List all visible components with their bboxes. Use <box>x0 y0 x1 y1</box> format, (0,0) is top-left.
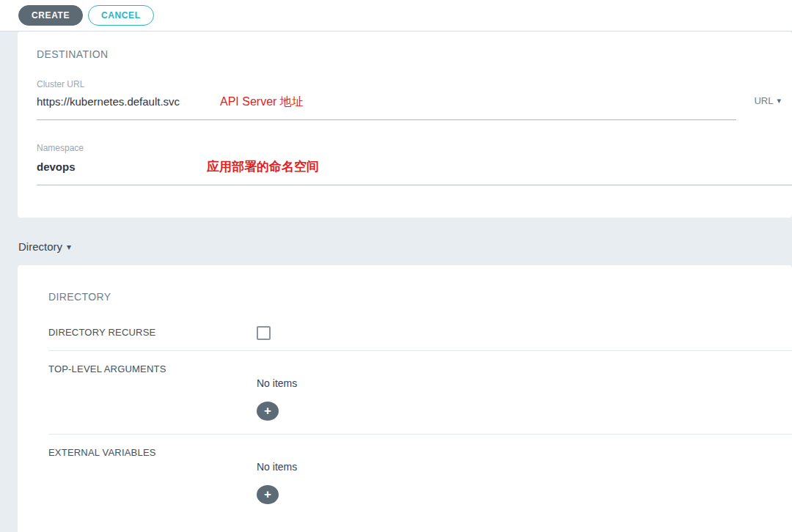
directory-recurse-row: DIRECTORY RECURSE <box>48 314 792 351</box>
namespace-label: Namespace <box>37 143 792 153</box>
destination-type-selector[interactable]: URL ▾ <box>736 95 792 120</box>
top-level-arguments-empty: No items <box>257 377 792 390</box>
top-level-arguments-value: No items + <box>257 363 792 421</box>
plus-icon: + <box>264 404 271 417</box>
cluster-url-row: Cluster URL https://kubernetes.default.s… <box>37 62 792 120</box>
namespace-input-wrap: Namespace devops 应用部署的命名空间 <box>37 120 792 185</box>
cluster-url-annotation: API Server 地址 <box>220 95 304 110</box>
add-external-variable-button[interactable]: + <box>257 485 279 504</box>
directory-panel: DIRECTORY DIRECTORY RECURSE TOP-LEVEL AR… <box>18 265 792 532</box>
top-level-arguments-label: TOP-LEVEL ARGUMENTS <box>48 363 257 421</box>
destination-heading: DESTINATION <box>37 32 792 62</box>
directory-recurse-value <box>257 326 792 343</box>
form-toolbar: CREATE CANCEL <box>0 0 792 32</box>
cluster-url-label: Cluster URL <box>37 79 736 89</box>
cluster-url-input-wrap: Cluster URL https://kubernetes.default.s… <box>37 62 736 120</box>
form-content: DESTINATION Cluster URL https://kubernet… <box>0 32 792 532</box>
external-variables-label: EXTERNAL VARIABLES <box>48 446 257 504</box>
application-create-form: CREATE CANCEL DESTINATION Cluster URL ht… <box>0 0 792 532</box>
external-variables-value: No items + <box>257 446 792 504</box>
source-type-selector[interactable]: Directory ▾ <box>18 240 71 254</box>
namespace-value-line: devops 应用部署的命名空间 <box>37 158 792 185</box>
top-level-arguments-row: TOP-LEVEL ARGUMENTS No items + <box>48 351 792 435</box>
external-variables-empty: No items <box>257 461 792 473</box>
chevron-down-icon: ▾ <box>777 97 781 105</box>
namespace-input[interactable]: devops <box>37 160 207 174</box>
cluster-url-input[interactable]: https://kubernetes.default.svc <box>37 95 220 108</box>
namespace-row: Namespace devops 应用部署的命名空间 <box>37 120 792 185</box>
namespace-annotation: 应用部署的命名空间 <box>207 158 319 175</box>
external-variables-row: EXTERNAL VARIABLES No items + <box>48 435 792 517</box>
cancel-button[interactable]: CANCEL <box>88 5 154 26</box>
destination-type-value: URL <box>754 95 773 106</box>
destination-panel: DESTINATION Cluster URL https://kubernet… <box>18 32 792 218</box>
chevron-down-icon: ▾ <box>67 243 71 251</box>
directory-recurse-checkbox[interactable] <box>257 326 271 340</box>
create-button[interactable]: CREATE <box>18 5 83 26</box>
directory-recurse-label: DIRECTORY RECURSE <box>48 326 257 343</box>
source-type-label: Directory <box>18 240 62 254</box>
add-top-level-argument-button[interactable]: + <box>257 402 279 421</box>
directory-heading: DIRECTORY <box>48 265 792 304</box>
cluster-url-value-line: https://kubernetes.default.svc API Serve… <box>37 95 736 119</box>
plus-icon: + <box>264 488 271 500</box>
